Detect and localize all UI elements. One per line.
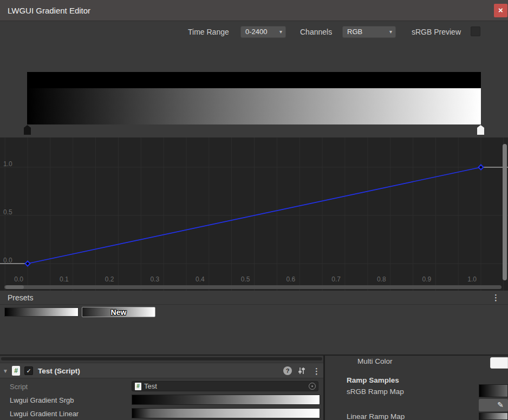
foldout-triangle-icon[interactable]: ▼ (3, 363, 8, 379)
srgb-preview-checkbox[interactable] (471, 27, 480, 36)
gradient-key-white[interactable] (477, 125, 484, 135)
vertical-scrollbar[interactable] (503, 144, 507, 280)
script-object-field[interactable]: # Test (132, 381, 318, 391)
time-range-dropdown[interactable]: 0-2400 ▾ (240, 26, 286, 38)
presets-header: Presets ⋮ (0, 291, 508, 305)
linear-ramp-map-label: Linear Ramp Map (347, 411, 405, 420)
lwgui-gradient-editor-window: LWGUI Gradient Editor × Time Range 0-240… (0, 0, 508, 420)
gradient-alpha-band[interactable] (27, 72, 481, 88)
script-row-label: Script (10, 382, 28, 392)
inspector-top-scrollbar[interactable] (1, 357, 322, 360)
preset-new-swatch[interactable]: New (82, 307, 155, 317)
gradient-color-band[interactable] (27, 88, 481, 124)
x-tick-label: 0.0 (2, 275, 23, 283)
presets-menu-icon[interactable]: ⋮ (492, 291, 500, 305)
x-tick-label: 0.3 (138, 275, 159, 283)
multi-color-label: Multi Color (357, 356, 393, 367)
object-picker-icon[interactable] (309, 383, 316, 390)
curve-key-point[interactable] (478, 165, 483, 169)
x-tick-label: 0.7 (319, 275, 341, 283)
edit-ramp-button[interactable]: ✎ (479, 399, 508, 411)
presets-title: Presets (8, 291, 33, 305)
linear-ramp-thumbnail[interactable] (479, 412, 508, 420)
multi-color-swatch[interactable] (490, 357, 508, 369)
curve-editor[interactable]: 0.00.10.20.30.40.50.60.70.80.91.01.00.50… (0, 137, 508, 291)
presets-sliders-icon[interactable] (297, 366, 306, 375)
x-tick-label: 0.8 (364, 275, 386, 283)
chevron-down-icon: ▾ (389, 27, 392, 37)
csharp-script-icon: # (135, 383, 141, 390)
srgb-ramp-thumbnail[interactable] (479, 384, 508, 397)
chevron-down-icon: ▾ (279, 27, 282, 37)
channels-label: Channels (300, 26, 332, 38)
close-icon[interactable]: × (494, 4, 507, 17)
ramp-samples-heading: Ramp Samples (347, 375, 399, 386)
gradient-srgb-field[interactable] (132, 395, 320, 405)
channels-dropdown[interactable]: RGB ▾ (342, 26, 396, 38)
curve-key-point[interactable] (25, 261, 30, 266)
x-tick-label: 0.2 (92, 275, 114, 283)
y-tick-label: 0.5 (3, 208, 12, 216)
x-tick-label: 0.4 (183, 275, 205, 283)
curve-plot (0, 137, 508, 291)
help-icon[interactable]: ? (283, 366, 292, 375)
horizontal-scrollbar-thumb[interactable] (5, 285, 24, 289)
x-tick-label: 1.0 (455, 275, 477, 283)
gradient-key-black[interactable] (24, 125, 31, 135)
component-enabled-checkbox[interactable]: ✓ (24, 366, 33, 375)
component-menu-icon[interactable]: ⋮ (312, 363, 321, 379)
gradient-srgb-label: Lwgui Gradient Srgb (10, 395, 74, 405)
srgb-ramp-map-label: sRGB Ramp Map (347, 386, 404, 397)
title-bar: LWGUI Gradient Editor × (0, 0, 508, 21)
preset-new-label: New (111, 308, 127, 317)
preset-gradient-swatch[interactable] (4, 307, 79, 317)
x-tick-label: 0.6 (273, 275, 295, 283)
time-range-value: 0-2400 (245, 28, 267, 36)
horizontal-scrollbar[interactable] (4, 285, 502, 289)
y-tick-label: 1.0 (3, 160, 12, 168)
gradient-linear-field[interactable] (132, 408, 320, 418)
window-title: LWGUI Gradient Editor (8, 0, 90, 21)
component-title: Test (Script) (38, 363, 80, 379)
x-tick-label: 0.5 (229, 275, 250, 283)
channels-value: RGB (347, 28, 362, 36)
pencil-icon: ✎ (497, 401, 508, 409)
x-tick-label: 0.9 (409, 275, 431, 283)
time-range-label: Time Range (188, 26, 229, 38)
srgb-preview-label: sRGB Preview (412, 26, 461, 38)
y-tick-label: 0.0 (3, 257, 12, 264)
gradient-preview-bar[interactable] (27, 72, 481, 124)
x-tick-label: 0.1 (47, 275, 69, 283)
csharp-script-icon: # (12, 366, 20, 376)
script-object-value: Test (144, 382, 157, 391)
gradient-linear-label: Lwgui Gradient Linear (10, 409, 79, 419)
component-header[interactable]: ▼ # ✓ Test (Script) ? ⋮ (0, 363, 323, 378)
